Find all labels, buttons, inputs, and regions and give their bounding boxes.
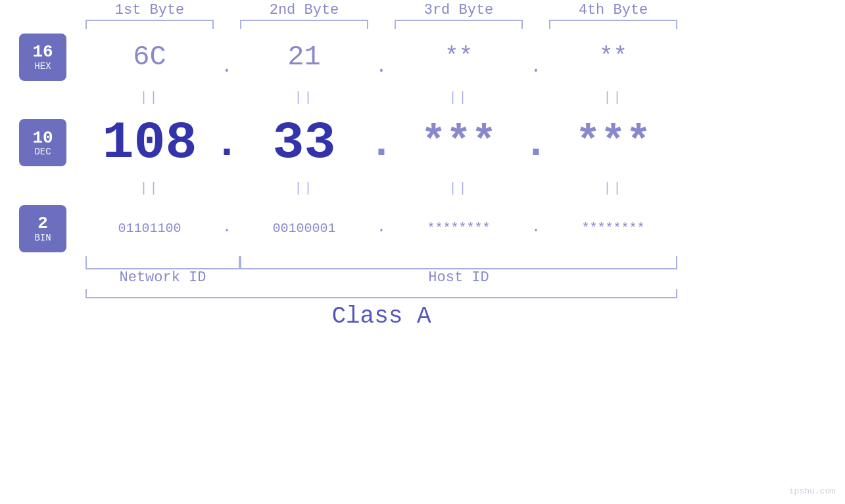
hex-val-2: 21 [240,29,368,85]
empty-top-left [0,0,85,20]
bin-badge-label: BIN [34,233,51,242]
byte3-header: 3rd Byte [395,0,523,20]
hex-val-3: ** [395,29,523,85]
empty-bbot-end [677,256,710,269]
dec-badge-label: DEC [34,147,51,156]
bin-val-1: 01101100 [85,200,214,256]
empty-eq2 [368,85,395,110]
watermark: ipshu.com [789,486,835,496]
eq2-2: || [240,175,368,200]
bin-badge: 2 BIN [0,200,85,256]
hex-badge-number: 16 [32,43,53,62]
empty-lbl-end [677,269,710,289]
empty-eq3 [523,85,549,110]
empty-eq-end [677,85,710,110]
eq2-1: || [85,175,214,200]
dec-val-4: *** [549,110,677,175]
empty-br4 [677,20,710,29]
empty-eq2-left [0,175,85,200]
hex-dot-2: . [368,29,395,85]
dec-val-2: 33 [240,110,368,175]
bracket-bottom-network [85,256,240,269]
empty-obr-end [677,289,710,298]
bin-val-2: 00100001 [240,200,368,256]
hex-badge-label: HEX [34,62,51,71]
empty-hex-end [677,29,710,85]
hex-dot-1: . [214,29,240,85]
eq-3: || [395,85,523,110]
empty-ca-left [0,298,85,334]
dec-dot-3: . [523,110,549,175]
empty-obr-left [0,289,85,298]
bracket-top-3 [395,20,523,29]
hex-dot-3: . [523,29,549,85]
empty-lbl-left [0,269,85,289]
dec-badge: 10 DEC [0,110,85,175]
dec-badge-number: 10 [32,129,53,148]
empty-h1 [214,0,240,20]
bin-val-4: ******** [549,200,677,256]
empty-br3 [523,20,549,29]
empty-h4 [677,0,710,20]
eq-1: || [85,85,214,110]
empty-br-left [0,20,85,29]
byte2-header: 2nd Byte [240,0,368,20]
empty-eq1 [214,85,240,110]
eq-2: || [240,85,368,110]
empty-ca-end [677,298,710,334]
bin-badge-number: 2 [37,214,48,233]
dec-val-1: 108 [85,110,214,175]
hex-val-4: ** [549,29,677,85]
bracket-top-2 [240,20,368,29]
empty-br1 [214,20,240,29]
bin-dot-3: . [523,200,549,256]
empty-bin-end [677,200,710,256]
bracket-top-1 [85,20,214,29]
label-network-id: Network ID [85,269,240,289]
byte4-header: 4th Byte [549,0,677,20]
label-host-id: Host ID [240,269,677,289]
empty-eq2-1 [214,175,240,200]
class-a-label: Class A [85,298,677,334]
eq-4: || [549,85,677,110]
byte1-header: 1st Byte [85,0,214,20]
dec-val-3: *** [395,110,523,175]
empty-eq2-end [677,175,710,200]
dec-dot-2: . [368,110,395,175]
empty-h3 [523,0,549,20]
hex-val-1: 6C [85,29,214,85]
bin-val-3: ******** [395,200,523,256]
empty-bbot-left [0,256,85,269]
eq2-3: || [395,175,523,200]
bracket-top-4 [549,20,677,29]
dec-dot-1: . [214,110,240,175]
hex-badge: 16 HEX [0,29,85,85]
empty-eq2-3 [523,175,549,200]
empty-dec-end [677,110,710,175]
bracket-bottom-host [240,256,677,269]
empty-h2 [368,0,395,20]
bracket-outer [85,289,677,298]
empty-eq2-2 [368,175,395,200]
eq2-4: || [549,175,677,200]
bin-dot-1: . [214,200,240,256]
empty-eq-left [0,85,85,110]
bin-dot-2: . [368,200,395,256]
empty-br2 [368,20,395,29]
main-container: 1st Byte 2nd Byte 3rd Byte 4th Byte 16 H… [0,0,845,504]
